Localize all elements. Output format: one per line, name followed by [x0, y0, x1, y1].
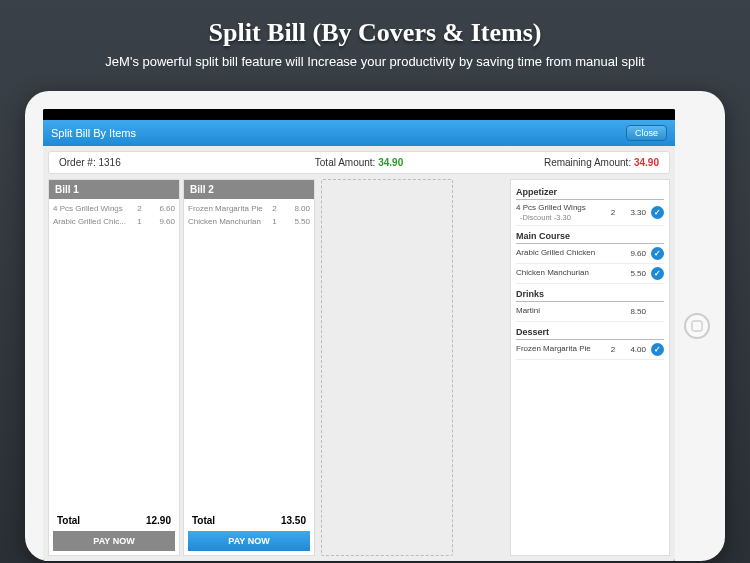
menu-item-price: 9.60	[620, 249, 648, 258]
menu-item-price: 3.30	[620, 208, 648, 217]
menu-item-row[interactable]: Chicken Manchurian5.50	[516, 264, 664, 284]
order-number: Order #: 1316	[59, 157, 259, 168]
check-toggle[interactable]	[651, 267, 664, 280]
check-toggle[interactable]	[651, 206, 664, 219]
menu-item-price: 4.00	[620, 345, 648, 354]
menu-item-price: 5.50	[620, 269, 648, 278]
bill-item-qty: 2	[132, 204, 147, 213]
menu-item-price: 8.50	[620, 307, 648, 316]
bill-footer: Total13.50PAY NOW	[184, 509, 314, 555]
bill-column[interactable]: Bill 14 Pcs Grilled Wings26.60Arabic Gri…	[48, 179, 180, 556]
bill-item-price: 5.50	[282, 217, 310, 226]
bill-total: Total12.90	[53, 513, 175, 530]
bill-item-row[interactable]: Chicken Manchurian15.50	[188, 215, 310, 228]
menu-item-name: Chicken Manchurian	[516, 268, 606, 278]
check-icon	[651, 206, 664, 219]
bill-item-qty: 2	[267, 204, 282, 213]
bill-footer: Total12.90PAY NOW	[49, 509, 179, 555]
remaining-amount: Remaining Amount: 34.90	[459, 157, 659, 168]
bill-item-qty: 1	[132, 217, 147, 226]
bill-item-price: 8.00	[282, 204, 310, 213]
ipad-frame: Split Bill By Items Close Order #: 1316 …	[25, 91, 725, 561]
summary-bar: Order #: 1316 Total Amount: 34.90 Remain…	[48, 151, 670, 174]
check-toggle[interactable]	[651, 305, 664, 318]
pay-now-button[interactable]: PAY NOW	[53, 531, 175, 551]
bill-item-price: 9.60	[147, 217, 175, 226]
screen: Split Bill By Items Close Order #: 1316 …	[43, 109, 675, 561]
bill-item-name: Arabic Grilled Chic...	[53, 217, 132, 226]
bill-header: Bill 2	[184, 180, 314, 199]
category-header: Dessert	[516, 324, 664, 340]
status-bar	[43, 109, 675, 120]
items-panel: Appetizer4 Pcs Grilled Wings-Discount -3…	[510, 179, 670, 556]
total-amount: Total Amount: 34.90	[259, 157, 459, 168]
bill-item-row[interactable]: Frozen Margarita Pie28.00	[188, 202, 310, 215]
menu-item-name: Frozen Margarita Pie	[516, 344, 606, 354]
menu-item-qty: 2	[606, 345, 620, 354]
bill-placeholder[interactable]	[321, 179, 453, 556]
menu-item-row[interactable]: Frozen Margarita Pie24.00	[516, 340, 664, 360]
bill-item-row[interactable]: Arabic Grilled Chic...19.60	[53, 215, 175, 228]
menu-item-discount: -Discount -3.30	[516, 213, 606, 222]
promo-subtitle: JeM's powerful split bill feature will I…	[20, 54, 730, 69]
promo-header: Split Bill (By Covers & Items) JeM's pow…	[0, 0, 750, 81]
category-header: Drinks	[516, 286, 664, 302]
page-title: Split Bill By Items	[51, 127, 136, 139]
menu-item-name: Martini	[516, 306, 606, 316]
bill-column[interactable]: Bill 2Frozen Margarita Pie28.00Chicken M…	[183, 179, 315, 556]
menu-item-row[interactable]: 4 Pcs Grilled Wings-Discount -3.3023.30	[516, 200, 664, 226]
bill-item-row[interactable]: 4 Pcs Grilled Wings26.60	[53, 202, 175, 215]
home-button[interactable]	[684, 313, 710, 339]
category-header: Appetizer	[516, 184, 664, 200]
bill-total: Total13.50	[188, 513, 310, 530]
check-toggle[interactable]	[651, 343, 664, 356]
bill-header: Bill 1	[49, 180, 179, 199]
app-body: Order #: 1316 Total Amount: 34.90 Remain…	[43, 146, 675, 561]
check-icon	[651, 267, 664, 280]
bill-item-price: 6.60	[147, 204, 175, 213]
check-icon	[651, 247, 664, 260]
category-header: Main Course	[516, 228, 664, 244]
app-header: Split Bill By Items Close	[43, 120, 675, 146]
bill-item-name: 4 Pcs Grilled Wings	[53, 204, 132, 213]
check-icon	[651, 343, 664, 356]
menu-item-name: Arabic Grilled Chicken	[516, 248, 606, 258]
check-toggle[interactable]	[651, 247, 664, 260]
menu-item-row[interactable]: Arabic Grilled Chicken9.60	[516, 244, 664, 264]
bill-item-qty: 1	[267, 217, 282, 226]
bill-items: Frozen Margarita Pie28.00Chicken Manchur…	[184, 199, 314, 509]
menu-item-qty: 2	[606, 208, 620, 217]
menu-item-row[interactable]: Martini8.50	[516, 302, 664, 322]
bill-items: 4 Pcs Grilled Wings26.60Arabic Grilled C…	[49, 199, 179, 509]
close-button[interactable]: Close	[626, 125, 667, 141]
menu-item-name: 4 Pcs Grilled Wings-Discount -3.30	[516, 203, 606, 222]
bills-area: Bill 14 Pcs Grilled Wings26.60Arabic Gri…	[48, 179, 510, 556]
pay-now-button[interactable]: PAY NOW	[188, 531, 310, 551]
main-area: Bill 14 Pcs Grilled Wings26.60Arabic Gri…	[48, 179, 670, 556]
promo-title: Split Bill (By Covers & Items)	[20, 18, 730, 48]
bill-item-name: Frozen Margarita Pie	[188, 204, 267, 213]
bill-item-name: Chicken Manchurian	[188, 217, 267, 226]
